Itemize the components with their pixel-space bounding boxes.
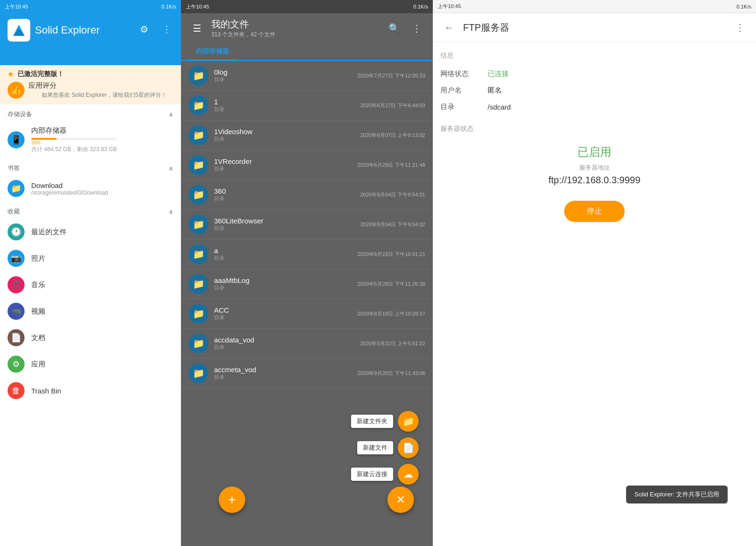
- collapse-bookmarks-icon[interactable]: ∧: [169, 165, 173, 172]
- search-icon[interactable]: 🔍: [386, 20, 403, 37]
- file-name-0: 0log: [214, 68, 352, 76]
- fab-add-button[interactable]: +: [219, 486, 245, 513]
- file-item-360[interactable]: 📁 360 目录 2020年9月04日 下午9:54:01: [181, 180, 433, 210]
- file-date-0: 2020年7月27日 下午12:05:33: [357, 72, 425, 79]
- file-date-5: 2020年9月04日 下午9:54:02: [360, 221, 425, 228]
- folder-icon-3: 📁: [189, 155, 208, 175]
- file-item-a[interactable]: 📁 a 目录 2020年6月23日 下午10:41:21: [181, 239, 433, 269]
- folder-icon-2: 📁: [189, 125, 208, 145]
- ftp-network-key: 网络状态: [440, 69, 488, 78]
- storage-section-header: 存储设备 ∧: [0, 104, 181, 121]
- sidebar-item-photos[interactable]: 📷 照片: [0, 245, 181, 272]
- download-label: Download: [31, 181, 173, 189]
- file-info-0: 0log 目录: [214, 68, 352, 83]
- file-type-2: 目录: [214, 136, 354, 143]
- folder-icon-7: 📁: [189, 274, 208, 294]
- file-date-10: 2020年9月20日 下午11:43:06: [357, 370, 425, 377]
- file-name-5: 360LiteBrowser: [214, 217, 354, 225]
- files-toolbar: ☰ 我的文件 313 个文件夹，42 个文件 🔍 ⋮: [181, 13, 433, 43]
- new-file-button[interactable]: 📄: [398, 437, 419, 458]
- file-item-accmeta-vod[interactable]: 📁 accmeta_vod 目录 2020年9月20日 下午11:43:06: [181, 358, 433, 388]
- music-icon: 🎵: [8, 276, 25, 293]
- ftp-more-icon[interactable]: ⋮: [731, 19, 748, 36]
- file-item-acc[interactable]: 📁 ACC 目录 2020年8月19日 上午10:29:37: [181, 299, 433, 329]
- photo-icon: 📷: [8, 250, 25, 267]
- more-icon[interactable]: ⋮: [158, 21, 175, 38]
- file-item-0log[interactable]: 📁 0log 目录 2020年7月27日 下午12:05:33: [181, 61, 433, 91]
- sidebar-item-music[interactable]: 🎵 音乐: [0, 272, 181, 298]
- files-speed: 0.1K/s: [413, 4, 428, 9]
- file-item-aaamtblog[interactable]: 📁 aaaMtbLog 目录 2020年5月29日 下午11:26:38: [181, 269, 433, 299]
- file-type-0: 目录: [214, 76, 352, 83]
- sidebar-status-bar: 上午10:45 0.1K/s: [0, 0, 181, 13]
- speed-dial-cloud-row: 新建云连接 ☁: [351, 464, 419, 485]
- sidebar-item-apps[interactable]: ⚙ 应用: [0, 351, 181, 377]
- file-info-7: aaaMtbLog 目录: [214, 276, 352, 291]
- speed-dial-file-row: 新建文件 📄: [357, 437, 419, 458]
- collapse-storage-icon[interactable]: ∧: [169, 111, 173, 118]
- ftp-title: FTP服务器: [463, 21, 726, 34]
- sidebar-item-video[interactable]: 📹 视频: [0, 298, 181, 324]
- sidebar-promo[interactable]: ★ 已激活完整版！ 👍 应用评分 如果您喜欢 Solid Explorer，请给…: [0, 65, 181, 104]
- sidebar-item-download[interactable]: 📁 Download /storage/emulated/0/Download: [0, 175, 181, 202]
- sidebar-header: ⚙ ⋮ Solid Explorer: [0, 13, 181, 65]
- sidebar-item-internal-storage[interactable]: 📱 内部存储器 30% 共计 464.52 GB，剩余 323.83 GB: [0, 121, 181, 158]
- file-item-accdata-vod[interactable]: 📁 accdata_vod 目录 2020年5月22日 上午5:51:22: [181, 329, 433, 358]
- folder-icon-10: 📁: [189, 363, 208, 383]
- new-folder-button[interactable]: 📁: [398, 411, 419, 432]
- collapse-favorites-icon[interactable]: ∧: [169, 208, 173, 215]
- ftp-content: 信息 网络状态 已连接 用户名 匿名 目录 /sdcard 服务器状态 已启用 …: [433, 42, 756, 546]
- storage-bar: [31, 138, 116, 140]
- file-info-6: a 目录: [214, 247, 352, 262]
- tab-internal-storage[interactable]: 内部存储器: [189, 43, 237, 61]
- rating-icon: 👍: [8, 82, 25, 99]
- folder-icon-0: 📁: [189, 66, 208, 85]
- file-item-1vrecorder[interactable]: 📁 1VRecorder 目录 2020年6月29日 下午11:21:48: [181, 150, 433, 180]
- file-date-1: 2020年6月27日 下午6:44:03: [360, 102, 425, 109]
- file-name-10: accmeta_vod: [214, 366, 352, 374]
- back-icon[interactable]: ←: [440, 19, 457, 36]
- sidebar-item-recent[interactable]: 🕐 最近的文件: [0, 219, 181, 245]
- sidebar-time: 上午10:45: [5, 3, 28, 10]
- favorites-section-header: 收藏 ∧: [0, 202, 181, 219]
- files-more-icon[interactable]: ⋮: [408, 20, 425, 37]
- promo-sub: 如果您喜欢 Solid Explorer，请给我们5星的评分！: [28, 91, 167, 99]
- hamburger-icon[interactable]: ☰: [189, 20, 206, 37]
- file-type-3: 目录: [214, 165, 352, 172]
- file-item-1videoshow[interactable]: 📁 1Videoshow 目录 2020年6月07日 上午9:13:02: [181, 120, 433, 150]
- file-info-5: 360LiteBrowser 目录: [214, 217, 354, 232]
- file-name-9: accdata_vod: [214, 336, 354, 344]
- sidebar-item-documents[interactable]: 📄 文档: [0, 324, 181, 351]
- sidebar-item-trash[interactable]: 🗑 Trash Bin: [0, 377, 181, 404]
- ftp-panel: 上午10:45 0.1K/s ← FTP服务器 ⋮ 信息 网络状态 已连接 用户…: [433, 0, 756, 546]
- files-tab-bar: 内部存储器: [181, 43, 433, 61]
- new-file-label: 新建文件: [357, 441, 393, 454]
- clock-icon: 🕐: [8, 223, 25, 240]
- file-type-6: 目录: [214, 255, 352, 262]
- ftp-network-val: 已连接: [488, 69, 509, 78]
- file-item-360litebrowser[interactable]: 📁 360LiteBrowser 目录 2020年9月04日 下午9:54:02: [181, 210, 433, 239]
- new-cloud-label: 新建云连接: [351, 468, 393, 481]
- ftp-server-addr: ftp://192.168.0.3:9999: [440, 175, 748, 186]
- file-info-3: 1VRecorder 目录: [214, 157, 352, 172]
- sidebar-content: ★ 已激活完整版！ 👍 应用评分 如果您喜欢 Solid Explorer，请给…: [0, 65, 181, 546]
- folder-icon-6: 📁: [189, 244, 208, 264]
- file-item-1[interactable]: 📁 1 目录 2020年6月27日 下午6:44:03: [181, 91, 433, 120]
- ftp-info-section: 信息: [440, 51, 748, 60]
- ftp-server-status-title: 服务器状态: [440, 125, 748, 133]
- file-type-9: 目录: [214, 344, 354, 351]
- file-date-9: 2020年5月22日 上午5:51:22: [360, 340, 425, 347]
- ftp-network-row: 网络状态 已连接: [440, 66, 748, 82]
- file-name-7: aaaMtbLog: [214, 276, 352, 284]
- file-date-2: 2020年6月07日 上午9:13:02: [360, 132, 425, 139]
- files-subtitle: 313 个文件夹，42 个文件: [211, 31, 380, 39]
- file-info-4: 360 目录: [214, 187, 354, 202]
- sidebar-speed: 0.1K/s: [162, 4, 176, 9]
- fab-close-button[interactable]: ✕: [387, 486, 414, 513]
- new-cloud-button[interactable]: ☁: [398, 464, 419, 485]
- app-icon: ⚙: [8, 356, 25, 373]
- ftp-stop-btn-wrap: 停止: [440, 201, 748, 222]
- stop-button[interactable]: 停止: [564, 201, 625, 222]
- settings-icon[interactable]: ⚙: [136, 21, 153, 38]
- ftp-dir-row: 目录 /sdcard: [440, 99, 748, 115]
